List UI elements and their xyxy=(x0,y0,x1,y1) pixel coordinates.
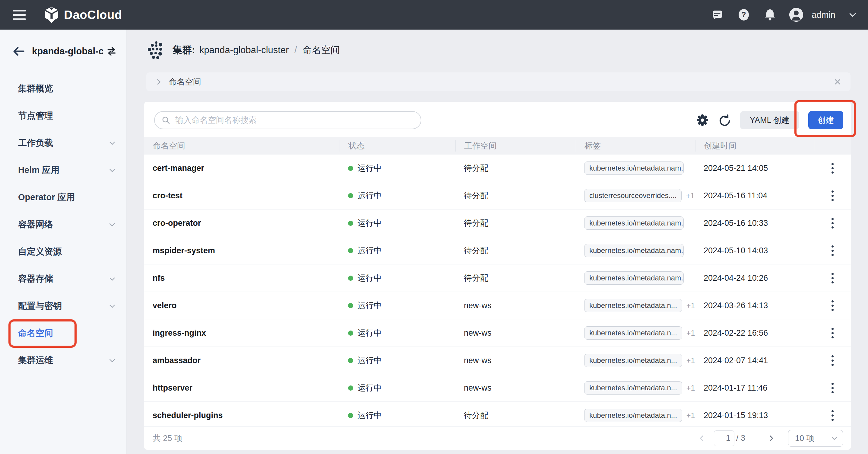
sidebar-item-label: 工作负载 xyxy=(18,137,108,149)
sidebar-item-namespace[interactable]: 命名空间 xyxy=(0,320,126,347)
status-dot-icon xyxy=(348,166,353,171)
column-header-5 xyxy=(814,140,851,151)
refresh-icon[interactable] xyxy=(718,113,731,127)
table-row[interactable]: ingress-nginx运行中new-wskubernetes.io/meta… xyxy=(144,319,851,347)
table-row[interactable]: cro-operator运行中待分配kubernetes.io/metadata… xyxy=(144,209,851,237)
cluster-name[interactable]: kpanda-global-cl... xyxy=(32,46,103,57)
brand-logo: DaoCloud xyxy=(43,6,122,24)
sidebar-item-helm[interactable]: Helm 应用 xyxy=(0,157,126,184)
row-actions-kebab-icon[interactable] xyxy=(827,188,838,203)
sidebar-item-label: 容器存储 xyxy=(18,273,108,285)
namespace-table: 命名空间状态工作空间标签创建时间 cert-manager运行中待分配kuber… xyxy=(144,137,851,429)
switch-cluster-icon[interactable] xyxy=(106,46,117,56)
cell-created: 2024-05-16 11:04 xyxy=(695,191,814,200)
column-header-1: 状态 xyxy=(340,140,456,151)
table-row[interactable]: mspider-system运行中待分配kubernetes.io/metada… xyxy=(144,237,851,264)
sidebar-item-config[interactable]: 配置与密钥 xyxy=(0,292,126,320)
notifications-bell-icon[interactable] xyxy=(763,8,777,22)
row-actions-kebab-icon[interactable] xyxy=(827,380,838,396)
table-row[interactable]: cro-test运行中待分配clusterresourceoverrides..… xyxy=(144,182,851,209)
page-size-select[interactable]: 10 项 xyxy=(788,430,843,447)
cell-namespace[interactable]: cro-test xyxy=(144,191,340,200)
cell-namespace[interactable]: ambassador xyxy=(144,356,340,365)
cell-workspace: 待分配 xyxy=(456,218,576,228)
sidebar-item-ops[interactable]: 集群运维 xyxy=(0,347,126,374)
page-number-input[interactable] xyxy=(714,430,734,446)
table-row[interactable]: scheduler-plugins运行中待分配kubernetes.io/met… xyxy=(144,402,851,429)
help-icon[interactable]: ? xyxy=(737,8,751,22)
row-actions-kebab-icon[interactable] xyxy=(827,161,838,176)
cell-namespace[interactable]: cert-manager xyxy=(144,164,340,173)
back-arrow-icon[interactable] xyxy=(13,46,25,56)
sidebar: kpanda-global-cl... 集群概览节点管理工作负载Helm 应用O… xyxy=(0,30,127,454)
page-total-label: / 3 xyxy=(736,433,745,443)
cell-status: 运行中 xyxy=(340,218,456,228)
cell-labels: kubernetes.io/metadata.n...+1 xyxy=(576,381,695,395)
table-row[interactable]: ambassador运行中new-wskubernetes.io/metadat… xyxy=(144,347,851,374)
sidebar-item-nodes[interactable]: 节点管理 xyxy=(0,102,126,130)
column-header-3: 标签 xyxy=(576,140,695,151)
svg-text:?: ? xyxy=(741,10,746,19)
table-row[interactable]: nfs运行中待分配kubernetes.io/metadata.nam...20… xyxy=(144,264,851,292)
search-icon xyxy=(161,116,170,125)
cell-workspace: 待分配 xyxy=(456,410,576,421)
close-icon[interactable] xyxy=(833,77,842,86)
labels-more-count: +1 xyxy=(686,301,695,310)
table-row[interactable]: httpserver运行中new-wskubernetes.io/metadat… xyxy=(144,374,851,402)
user-avatar[interactable] xyxy=(789,8,803,22)
search-input[interactable] xyxy=(175,115,414,125)
messages-icon[interactable] xyxy=(711,8,724,22)
row-actions-kebab-icon[interactable] xyxy=(827,271,838,286)
status-label: 运行中 xyxy=(358,190,382,201)
table-row[interactable]: cert-manager运行中待分配kubernetes.io/metadata… xyxy=(144,154,851,182)
username-label: admin xyxy=(812,10,835,20)
label-chip: kubernetes.io/metadata.n... xyxy=(584,299,682,312)
row-actions-kebab-icon[interactable] xyxy=(827,298,838,313)
sidebar-item-crd[interactable]: 自定义资源 xyxy=(0,238,126,265)
cell-namespace[interactable]: velero xyxy=(144,301,340,310)
yaml-create-button[interactable]: YAML 创建 xyxy=(740,111,799,129)
cell-workspace: 待分配 xyxy=(456,163,576,174)
table-row[interactable]: velero运行中new-wskubernetes.io/metadata.n.… xyxy=(144,292,851,319)
status-dot-icon xyxy=(348,358,353,363)
cell-created: 2024-01-15 19:13 xyxy=(695,411,814,420)
cell-namespace[interactable]: cro-operator xyxy=(144,219,340,228)
cell-namespace[interactable]: nfs xyxy=(144,274,340,283)
status-label: 运行中 xyxy=(358,328,382,338)
sidebar-item-label: Operator 应用 xyxy=(18,191,116,203)
sidebar-item-label: 容器网络 xyxy=(18,219,108,231)
label-chip: kubernetes.io/metadata.n... xyxy=(584,409,682,422)
row-actions-kebab-icon[interactable] xyxy=(827,325,838,341)
sidebar-item-overview[interactable]: 集群概览 xyxy=(0,75,126,102)
chevron-down-icon xyxy=(108,357,116,364)
row-actions-kebab-icon[interactable] xyxy=(827,216,838,231)
row-actions-kebab-icon[interactable] xyxy=(827,408,838,423)
cell-namespace[interactable]: ingress-nginx xyxy=(144,329,340,338)
settings-gear-icon[interactable] xyxy=(696,114,709,126)
prev-page-icon[interactable] xyxy=(698,434,706,443)
row-actions-kebab-icon[interactable] xyxy=(827,353,838,368)
cell-workspace: new-ws xyxy=(456,384,576,393)
cell-actions xyxy=(814,216,851,231)
hamburger-menu-icon[interactable] xyxy=(13,10,26,20)
status-label: 运行中 xyxy=(358,410,382,421)
row-actions-kebab-icon[interactable] xyxy=(827,243,838,258)
create-button[interactable]: 创建 xyxy=(808,111,843,129)
status-label: 运行中 xyxy=(358,218,382,228)
sidebar-item-operator[interactable]: Operator 应用 xyxy=(0,184,126,211)
cell-namespace[interactable]: mspider-system xyxy=(144,246,340,255)
cell-actions xyxy=(814,243,851,258)
sidebar-item-storage[interactable]: 容器存储 xyxy=(0,265,126,292)
status-dot-icon xyxy=(348,221,353,226)
cell-namespace[interactable]: scheduler-plugins xyxy=(144,411,340,420)
sidebar-item-network[interactable]: 容器网络 xyxy=(0,211,126,238)
chevron-down-icon xyxy=(108,166,116,174)
sidebar-item-workloads[interactable]: 工作负载 xyxy=(0,130,126,157)
table-body: cert-manager运行中待分配kubernetes.io/metadata… xyxy=(144,154,851,429)
next-page-icon[interactable] xyxy=(767,434,775,443)
search-box xyxy=(154,111,421,129)
cell-namespace[interactable]: httpserver xyxy=(144,384,340,393)
user-menu-chevron-icon[interactable] xyxy=(848,10,857,19)
breadcrumb-cluster[interactable]: kpanda-global-cluster xyxy=(199,45,289,55)
collapse-chevron-icon[interactable] xyxy=(155,78,162,86)
